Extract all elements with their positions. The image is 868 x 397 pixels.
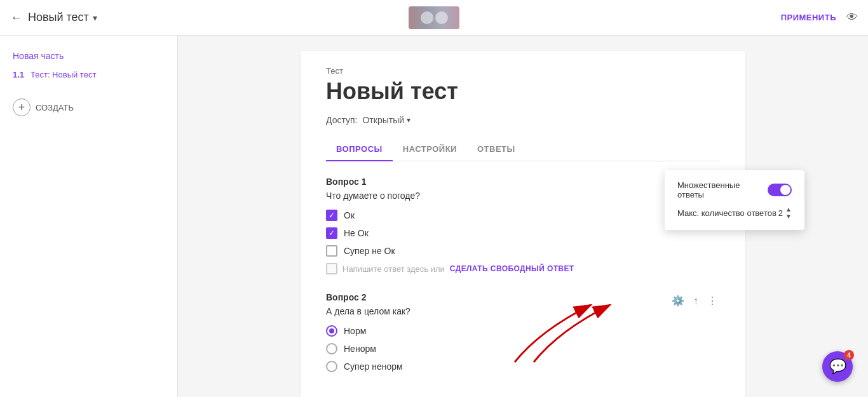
more-icon[interactable]: ⋮ <box>705 292 720 309</box>
popup-max-row: Макс. количество ответов 2 ▲ ▼ <box>677 206 792 220</box>
option-ok-label: Ок <box>344 210 355 220</box>
access-value: Открытый <box>362 115 404 125</box>
access-row: Доступ: Открытый ▾ <box>326 115 720 125</box>
back-button[interactable]: ← <box>10 10 23 25</box>
topbar-right: ПРИМЕНИТЬ 👁 <box>781 11 858 24</box>
option-not-ok-label: Не Ок <box>344 228 369 238</box>
checkbox-disabled-icon <box>326 263 337 274</box>
popup-multiple-row: Множественные ответы <box>677 180 792 199</box>
free-answer-link[interactable]: СДЕЛАТЬ СВОБОДНЫЙ ОТВЕТ <box>450 264 574 273</box>
free-answer-row: Напишите ответ здесь или СДЕЛАТЬ СВОБОДН… <box>326 263 720 274</box>
option-norm[interactable]: Норм <box>326 325 410 337</box>
option-super-not-ok[interactable]: Супер не Ок <box>326 245 720 257</box>
chat-widget[interactable]: 💬 4 <box>822 351 853 382</box>
filter-icon[interactable]: ⚙️ <box>669 292 687 309</box>
question-2-label: Вопрос 2 <box>326 292 410 302</box>
apply-button[interactable]: ПРИМЕНИТЬ <box>781 13 836 22</box>
title-area[interactable]: Новый тест ▾ <box>28 11 97 24</box>
option-super-nenorm[interactable]: Супер ненорм <box>326 361 410 372</box>
topbar-left: ← Новый тест ▾ <box>10 10 97 25</box>
test-title: Новый тест <box>326 78 720 105</box>
checkbox-empty-icon[interactable] <box>326 245 337 257</box>
sidebar-item-num: 1.1 <box>13 70 25 79</box>
stepper-up[interactable]: ▲ <box>785 206 792 213</box>
max-stepper[interactable]: 2 ▲ ▼ <box>778 206 792 220</box>
title-dropdown-icon: ▾ <box>93 13 97 23</box>
question-1-label: Вопрос 1 <box>326 177 720 187</box>
stepper-down[interactable]: ▼ <box>785 213 792 220</box>
question-1-text: Что думаете о погоде? <box>326 191 720 201</box>
option-not-ok[interactable]: Не Ок <box>326 227 720 239</box>
option-ok[interactable]: Ок <box>326 210 720 221</box>
question-2-block: Вопрос 2 А дела в целом как? Норм Ненорм <box>326 292 720 379</box>
max-label: Макс. количество ответов <box>677 208 776 218</box>
tab-answers[interactable]: ОТВЕТЫ <box>467 138 526 161</box>
option-nenorm[interactable]: Ненорм <box>326 343 410 354</box>
option-nenorm-label: Ненорм <box>344 344 376 354</box>
topbar-title: Новый тест <box>28 11 89 24</box>
free-answer-placeholder: Напишите ответ здесь или <box>342 264 445 274</box>
sort-icon[interactable]: ↑ <box>691 293 701 309</box>
chat-icon: 💬 <box>829 358 846 375</box>
sidebar: Новая часть 1.1 Тест: Новый тест + СОЗДА… <box>0 36 178 397</box>
create-label: СОЗДАТЬ <box>36 103 74 112</box>
create-circle-icon: + <box>13 98 31 116</box>
stepper-value: 2 <box>778 208 783 218</box>
preview-icon[interactable]: 👁 <box>846 11 858 24</box>
tab-settings[interactable]: НАСТРОЙКИ <box>393 138 467 161</box>
checkbox-checked-icon[interactable] <box>326 210 337 221</box>
question-1-block: Вопрос 1 Что думаете о погоде? Ок Не Ок … <box>326 177 720 274</box>
header-image[interactable] <box>409 6 459 29</box>
sidebar-item-label: Тест: Новый тест <box>31 70 96 79</box>
radio-checked-icon[interactable] <box>326 325 337 337</box>
access-label: Доступ: <box>326 115 357 125</box>
topbar: ← Новый тест ▾ ПРИМЕНИТЬ 👁 <box>0 0 868 36</box>
chat-badge: 4 <box>844 350 854 360</box>
multiple-label: Множественные ответы <box>677 180 768 199</box>
toggle-knob <box>780 185 790 195</box>
option-super-nenorm-label: Супер ненорм <box>344 361 403 372</box>
option-norm-label: Норм <box>344 326 366 336</box>
checkbox-checked-icon-2[interactable] <box>326 227 337 239</box>
topbar-center <box>409 6 459 29</box>
stepper-arrows[interactable]: ▲ ▼ <box>785 206 792 220</box>
radio-empty-icon-2[interactable] <box>326 361 337 372</box>
multiple-toggle[interactable] <box>768 184 792 196</box>
access-dropdown-icon[interactable]: ▾ <box>407 116 410 124</box>
tab-questions[interactable]: ВОПРОСЫ <box>326 138 393 161</box>
tabs-bar: ВОПРОСЫ НАСТРОЙКИ ОТВЕТЫ <box>326 138 720 161</box>
new-part-label[interactable]: Новая часть <box>0 46 177 66</box>
question-2-text: А дела в целом как? <box>326 306 410 316</box>
multiple-answers-popup: Множественные ответы Макс. количество от… <box>665 170 804 230</box>
sidebar-item-test[interactable]: 1.1 Тест: Новый тест <box>0 66 177 83</box>
radio-empty-icon[interactable] <box>326 343 337 354</box>
option-super-not-ok-label: Супер не Ок <box>344 246 395 256</box>
create-button[interactable]: + СОЗДАТЬ <box>0 93 177 121</box>
test-label: Тест <box>326 66 720 76</box>
